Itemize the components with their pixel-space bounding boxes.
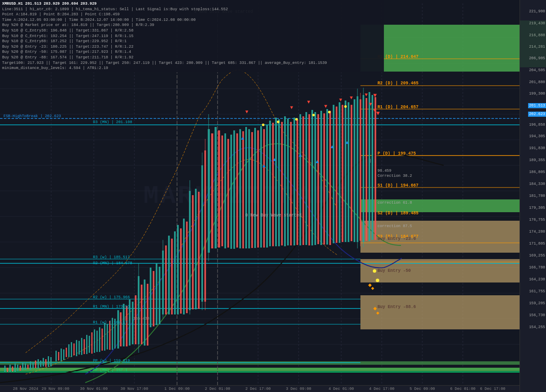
buy20-50: Buy %20 @ Entry -50: 175.087 || Target:2… (2, 49, 382, 55)
svg-rect-173 (342, 105, 343, 242)
svg-rect-65 (43, 358, 44, 366)
svg-point-207 (328, 111, 331, 113)
svg-rect-67 (48, 356, 49, 367)
svg-rect-117 (183, 219, 185, 314)
svg-rect-141 (245, 127, 247, 248)
svg-rect-113 (171, 239, 173, 314)
svg-rect-73 (66, 348, 67, 357)
svg-rect-78 (78, 341, 80, 355)
buy20-88: Buy %20 @ Entry -88: 167.574 || Target:2… (2, 55, 382, 61)
svg-text:0 New Buy Wave started: 0 New Buy Wave started (245, 213, 302, 218)
svg-text:S1 (D) | 194.667: S1 (D) | 194.667 (378, 183, 418, 188)
current-price-label: 201.513 (528, 103, 546, 108)
svg-rect-185 (369, 92, 370, 241)
svg-rect-133 (221, 135, 223, 246)
svg-rect-154 (284, 116, 286, 246)
svg-rect-93 (117, 310, 119, 349)
svg-rect-55 (17, 365, 18, 371)
svg-rect-106 (153, 271, 154, 326)
svg-rect-104 (147, 284, 148, 346)
svg-text:R2 (w) | 175.966: R2 (w) | 175.966 (93, 295, 130, 300)
svg-rect-157 (293, 118, 295, 245)
price-axis: 221,900 219,430 216,888 214,281 201.513 … (520, 0, 546, 392)
svg-rect-58 (25, 363, 26, 370)
svg-rect-59 (27, 365, 29, 369)
svg-rect-54 (15, 363, 16, 372)
time-30nov17: 30 Nov 17:00 (121, 387, 148, 391)
svg-text:▼: ▼ (307, 99, 311, 105)
svg-rect-72 (63, 349, 64, 360)
price-20690: 206,905 (529, 56, 545, 61)
time-6dec01: 6 Dec 01:00 (450, 387, 475, 391)
time-4dec01: 4 Dec 01:00 (328, 387, 354, 391)
misc-line: minimum_distance_buy_levels: 4.594 | ATR… (2, 66, 382, 71)
svg-rect-143 (251, 132, 253, 248)
svg-rect-88 (104, 323, 105, 351)
svg-text:▼: ▼ (365, 92, 368, 98)
svg-text:▼: ▼ (376, 110, 380, 117)
svg-rect-85 (96, 331, 98, 352)
svg-rect-82 (89, 336, 90, 353)
time-2dec01: 2 Dec 01:00 (205, 387, 230, 391)
svg-rect-121 (192, 195, 194, 309)
price-17930: 179,305 (529, 206, 545, 210)
svg-text:Buy Entry -50: Buy Entry -50 (378, 268, 411, 273)
svg-rect-75 (71, 342, 72, 357)
svg-rect-62 (35, 360, 36, 368)
svg-text:▼: ▼ (339, 97, 343, 103)
svg-rect-187 (375, 97, 376, 240)
svg-text:P (D) | 199.475: P (D) | 199.475 (378, 151, 416, 156)
svg-text:| | |: | | | (365, 159, 376, 163)
svg-rect-30 (0, 361, 520, 365)
svg-rect-175 (348, 102, 349, 242)
svg-rect-160 (302, 116, 304, 245)
svg-rect-135 (227, 139, 229, 248)
svg-text:▼: ▼ (245, 109, 249, 115)
svg-text:FSB-HighToBreak | 202.623: FSB-HighToBreak | 202.623 (3, 114, 61, 118)
svg-rect-70 (58, 352, 59, 360)
symbol-line: XMRUSD.H1 201.513 203.929 200.694 203.92… (2, 1, 382, 7)
svg-rect-166 (320, 111, 322, 245)
svg-rect-107 (156, 263, 157, 325)
svg-rect-66 (45, 359, 46, 367)
svg-rect-149 (269, 121, 271, 246)
svg-text:▼: ▼ (350, 95, 353, 101)
price-19685: 196,858 (529, 123, 545, 127)
svg-rect-177 (354, 99, 355, 242)
svg-rect-50 (4, 366, 6, 372)
price-16423: 164,230 (529, 277, 545, 282)
svg-text:▲: ▲ (331, 144, 334, 150)
svg-rect-105 (150, 268, 151, 327)
svg-rect-103 (144, 280, 145, 346)
svg-text:R1 (w) | 169.17: R1 (w) | 169.17 (93, 320, 128, 325)
svg-rect-134 (224, 133, 226, 248)
svg-rect-111 (165, 245, 167, 314)
svg-text:S2 (D) | 189.485: S2 (D) | 189.485 (378, 211, 418, 216)
price-18178: 181,780 (529, 194, 545, 198)
svg-rect-145 (257, 130, 259, 248)
svg-text:98.459: 98.459 (378, 169, 391, 173)
svg-rect-89 (107, 324, 108, 349)
svg-text:Buy Entry -23.6: Buy Entry -23.6 (378, 236, 416, 241)
svg-text:correction 61.8: correction 61.8 (378, 201, 412, 205)
svg-rect-77 (76, 340, 77, 356)
svg-rect-142 (248, 129, 250, 248)
price-17428: 174,280 (529, 230, 545, 234)
price-17675: 176,755 (529, 218, 545, 222)
svg-text:| | | 165.438: | | | 165.438 (119, 317, 149, 321)
svg-rect-151 (275, 118, 277, 246)
svg-rect-162 (308, 114, 310, 245)
svg-text:▲: ▲ (316, 159, 319, 165)
price-18935: 189,355 (529, 158, 545, 162)
svg-point-204 (277, 121, 279, 123)
svg-rect-146 (260, 126, 262, 248)
price-15425: 154,255 (529, 325, 545, 329)
price-19430: 194,305 (529, 134, 545, 138)
svg-text:▲: ▲ (299, 153, 302, 159)
svg-rect-122 (195, 189, 197, 309)
time-3dec09: 3 Dec 09:00 (286, 387, 311, 391)
svg-rect-112 (168, 236, 170, 314)
time-1dec09: 1 Dec 09:00 (164, 387, 189, 391)
svg-rect-123 (198, 192, 200, 309)
price-16925: 169,255 (529, 254, 545, 258)
